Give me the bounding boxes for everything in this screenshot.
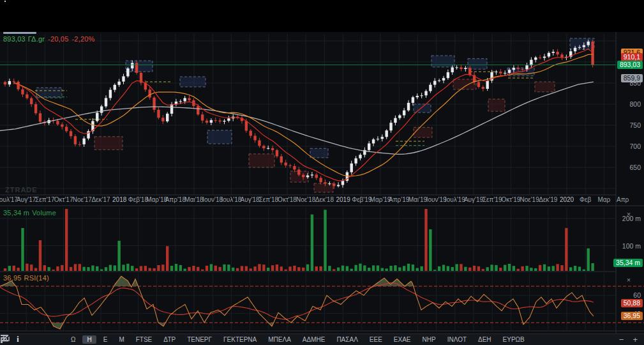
supply-zone — [180, 77, 206, 87]
watchlist-item-Μ[interactable]: Μ — [114, 335, 128, 344]
x-axis-label: Φεβ'18 — [128, 196, 148, 203]
change-value: -20,05 — [48, 35, 68, 43]
watchlist-item-ΕΕΕ[interactable]: ΕΕΕ — [365, 335, 387, 344]
x-axis-label: Οκτ'18 — [278, 196, 297, 203]
watchlist-item-ΔΤΡ[interactable]: ΔΤΡ — [159, 335, 180, 344]
price-tick-700: 700 — [629, 142, 641, 150]
price-legend: 893,03ΓΔ.gr-20,05-2,20% — [3, 35, 95, 43]
broker-watermark: ZTRADE — [5, 186, 38, 194]
x-axis-label: Δεκ'18 — [315, 196, 334, 203]
x-axis-label: Ιουλ'17 — [0, 196, 18, 203]
watchlist-item-ΑΔΜΗΕ[interactable]: ΑΔΜΗΕ — [298, 335, 330, 344]
rsi-line — [0, 276, 594, 329]
rsi-pane-close-button[interactable]: × — [625, 277, 633, 284]
toolbar-right: − + — [601, 335, 638, 344]
rsi-plot — [0, 276, 644, 329]
x-axis-label: Δεκ'17 — [91, 196, 110, 203]
x-axis-label: 2018 — [112, 196, 126, 203]
supply-zone — [570, 38, 594, 49]
watchlist-item-ΠΑΣΑΛ[interactable]: ΠΑΣΑΛ — [332, 335, 362, 344]
x-axis-label: Οκτ'17 — [54, 196, 73, 203]
watchlist-item-ΝΗΡ[interactable]: ΝΗΡ — [418, 335, 440, 344]
demand-zone — [488, 99, 505, 111]
demand-zone — [535, 82, 555, 92]
volume-label: Volume — [32, 209, 56, 217]
h-scrollbar-thumb[interactable] — [3, 32, 36, 34]
supply-zone — [468, 59, 487, 70]
x-axis-label: Μαι'19 — [408, 196, 427, 203]
rsi-label: RSI(14) — [24, 274, 49, 282]
x-axis-label: Ιουν'19 — [426, 196, 447, 203]
rsi-value: 36,95 — [3, 274, 22, 282]
watchlist: ΩΗΕΜFTSEΔΤΡΤΕΝΕΡΓΓΕΚΤΕΡΝΑΜΠΕΛΑΑΔΜΗΕΠΑΣΑΛ… — [65, 335, 530, 344]
x-axis-label: Δεκ'19 — [539, 196, 557, 203]
x-axis-label: Μαρ — [597, 196, 610, 203]
demand-zone — [453, 79, 476, 89]
x-axis-label: Νοε'17 — [73, 196, 92, 203]
watchlist-item-Ε[interactable]: Ε — [99, 335, 112, 344]
x-axis-label: Μαρ'18 — [146, 196, 167, 203]
last-price-value: 893,03 — [3, 35, 26, 43]
price-tick-650: 650 — [629, 164, 641, 171]
x-axis-label: Απρ'19 — [389, 196, 409, 203]
price-tick-750: 750 — [629, 121, 641, 129]
x-axis-label: Ιουν'18 — [202, 196, 223, 203]
supply-zone — [207, 130, 232, 144]
watchlist-item-Ω[interactable]: Ω — [66, 335, 80, 344]
indicators-icon[interactable] — [47, 335, 60, 345]
x-axis-label: 2020 — [560, 196, 574, 203]
x-axis-label: Φεβ'19 — [352, 196, 371, 203]
x-axis-label: Μαρ'19 — [370, 196, 391, 203]
symbol-label: ΓΔ.gr — [28, 35, 45, 43]
demand-zone — [249, 154, 274, 167]
price-badge-last: 893,03 — [617, 61, 643, 69]
x-axis-label: Ιουλ'19 — [445, 196, 465, 203]
zoom-out-button[interactable]: − — [619, 335, 624, 344]
x-axis-label: Απρ'18 — [165, 196, 186, 203]
separators — [0, 32, 644, 334]
watchlist-item-ΓΕΚΤΕΡΝΑ[interactable]: ΓΕΚΤΕΡΝΑ — [219, 335, 261, 344]
watchlist-item-ΤΕΝΕΡΓ[interactable]: ΤΕΝΕΡΓ — [183, 335, 216, 344]
x-axis-label: Ιουλ'18 — [221, 196, 241, 203]
watchlist-item-Η[interactable]: Η — [82, 335, 96, 344]
trendline-icon[interactable] — [29, 335, 42, 345]
x-axis-label: Νοε'18 — [296, 196, 315, 203]
price-tick-800: 800 — [629, 100, 641, 108]
supply-zone — [414, 104, 431, 112]
demand-zone — [414, 127, 432, 137]
x-axis-label: Μαι'18 — [184, 196, 203, 203]
supply-zone — [126, 61, 153, 72]
x-axis-label: Αυγ'19 — [464, 196, 483, 203]
watchlist-item-ΜΠΕΛΑ[interactable]: ΜΠΕΛΑ — [264, 335, 296, 344]
watchlist-item-FTSE[interactable]: FTSE — [131, 335, 157, 344]
x-axis-label: 2019 — [336, 196, 350, 203]
ma-slow-line — [0, 82, 594, 154]
x-axis-label: Αυγ'17 — [17, 196, 36, 203]
bottom-toolbar: i ΩΗΕΜFTSEΔΤΡΤΕΝΕΡΓΓΕΚΤΕΡΝΑΜΠΕΛΑΑΔΜΗΕΠΑΣ… — [0, 334, 644, 345]
volume-pane-close-button[interactable]: × — [625, 211, 633, 218]
info-icon[interactable]: i — [11, 335, 24, 345]
x-axis-label: Απρ — [617, 196, 629, 203]
rsi-tick-60: 60 — [633, 291, 641, 299]
volume-badge: 35,34 m — [613, 259, 643, 267]
price-badge-ma_slow: 859,9 — [621, 74, 643, 82]
rsi-badge-rsi_ma: 50,88 — [621, 299, 643, 307]
demand-zone — [94, 137, 123, 150]
volume-value: 35,34 m — [3, 209, 29, 217]
volume-legend: 35,34 mVolume — [3, 209, 56, 217]
volume-tick-100: 100 m — [622, 242, 641, 250]
watchlist-item-ΕΥΡΩΒ[interactable]: ΕΥΡΩΒ — [498, 335, 529, 344]
trading-terminal: 893,03ΓΔ.gr-20,05-2,20% 35,34 mVolume 36… — [0, 0, 644, 345]
x-axis-label: Νοε'19 — [520, 196, 539, 203]
x-axis-label: Αυγ'18 — [241, 196, 260, 203]
x-axis-label: Σεπ'17 — [35, 196, 55, 203]
watchlist-item-ΙΝΛΟΤ[interactable]: ΙΝΛΟΤ — [443, 335, 471, 344]
chart-canvas[interactable] — [0, 0, 644, 345]
rsi-badge-rsi: 36,95 — [621, 312, 643, 320]
x-axis-label: Οκτ'19 — [502, 196, 521, 203]
zoom-in-button[interactable]: + — [633, 335, 638, 344]
supply-zone — [310, 148, 328, 158]
watchlist-item-ΕΧΑΕ[interactable]: ΕΧΑΕ — [389, 335, 416, 344]
watchlist-item-ΔΕΗ[interactable]: ΔΕΗ — [474, 335, 496, 344]
change-percent: -2,20% — [71, 35, 94, 43]
